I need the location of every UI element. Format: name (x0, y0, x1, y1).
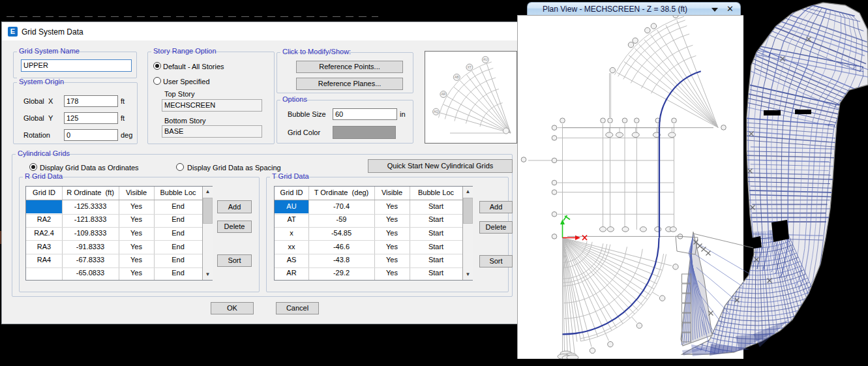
svg-text:XT: XT (468, 65, 471, 69)
svg-text:AU: AU (483, 57, 488, 61)
svg-text:AR: AR (441, 92, 445, 96)
svg-text:AB: AB (455, 75, 459, 79)
svg-text:AQ: AQ (434, 110, 438, 114)
